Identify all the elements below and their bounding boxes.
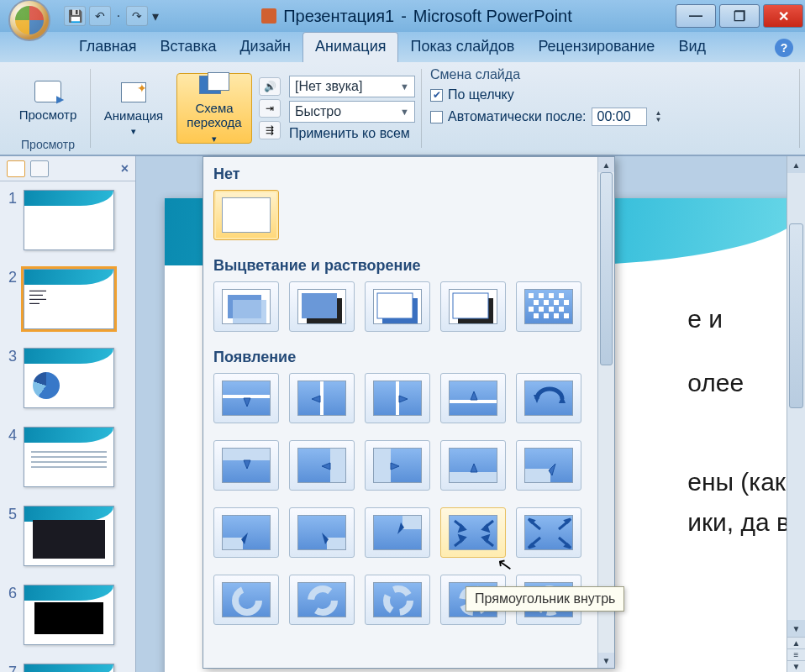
chevron-down-icon — [212, 130, 217, 144]
scroll-up-icon[interactable]: ▲ — [598, 157, 614, 172]
time-spinner[interactable]: ▲▼ — [655, 110, 662, 123]
thumb-num: 3 — [5, 348, 17, 365]
transition-fade-2[interactable] — [289, 281, 355, 332]
preview-button[interactable]: Просмотр — [10, 66, 86, 136]
slide-thumb-4[interactable] — [24, 427, 114, 487]
thumb-row[interactable]: 3 — [5, 348, 130, 408]
minimize-button[interactable]: — — [676, 4, 716, 28]
transition-wipe-rotate[interactable] — [516, 373, 581, 423]
slide-thumb-5[interactable] — [24, 506, 114, 566]
thumb-row[interactable]: 7 — [5, 664, 130, 672]
scroll-down-icon[interactable]: ▼ — [598, 653, 614, 668]
tab-view[interactable]: Вид — [666, 33, 718, 62]
save-icon[interactable]: 💾 — [64, 6, 86, 26]
on-click-checkbox[interactable]: ✔ По щелчку — [430, 87, 661, 102]
transition-none[interactable] — [213, 190, 279, 240]
transition-box-1[interactable] — [213, 507, 279, 558]
slide-thumb-3[interactable] — [24, 348, 114, 408]
transition-wheel-1[interactable] — [213, 575, 279, 625]
transition-uncover-right[interactable] — [365, 440, 430, 491]
transition-wheel-3[interactable] — [365, 575, 430, 625]
qat-dropdown-icon[interactable]: ▾ — [151, 8, 160, 24]
slide-thumb-1[interactable] — [24, 190, 114, 250]
transition-uncover-diag[interactable] — [516, 440, 581, 491]
maximize-button[interactable]: ❐ — [719, 4, 760, 28]
svg-rect-34 — [327, 538, 346, 550]
scroll-track[interactable] — [787, 173, 805, 620]
transition-speed-combo[interactable]: Быстро▼ — [289, 101, 415, 123]
transition-box-in[interactable] — [440, 507, 506, 558]
next-slide-icon[interactable]: ▼ — [787, 660, 805, 672]
scroll-thumb[interactable] — [789, 223, 803, 408]
transition-sound-combo[interactable]: [Нет звука]▼ — [289, 76, 415, 97]
scroll-down-icon[interactable]: ▼ — [787, 620, 805, 637]
tab-review[interactable]: Рецензирование — [526, 33, 666, 62]
powerpoint-icon — [261, 8, 276, 24]
svg-rect-12 — [534, 300, 539, 305]
tab-design[interactable]: Дизайн — [228, 33, 303, 62]
thumb-row[interactable]: 5 — [5, 506, 130, 566]
undo-icon[interactable]: ↶ — [89, 6, 111, 26]
thumb-row[interactable]: 4 — [5, 427, 130, 487]
apply-to-all-button[interactable]: Применить ко всем — [289, 126, 415, 141]
thumb-num: 5 — [5, 506, 17, 523]
office-button[interactable] — [8, 0, 50, 41]
transition-wheel-2[interactable] — [289, 575, 355, 625]
transition-fade-4[interactable] — [440, 281, 506, 332]
transition-fade-3[interactable] — [365, 281, 430, 332]
scroll-track[interactable] — [598, 172, 614, 653]
editor-scrollbar[interactable]: ▲ ▼ ▲ ≡ ▼ — [787, 156, 805, 672]
spin-down-icon[interactable]: ▼ — [655, 117, 662, 123]
svg-rect-26 — [396, 381, 399, 416]
transition-wipe-right[interactable] — [365, 373, 430, 423]
auto-after-checkbox[interactable]: Автоматически после: 00:00 ▲▼ — [430, 108, 661, 126]
apply-all-icon[interactable]: ⇶ — [259, 121, 281, 139]
outline-tab[interactable] — [30, 160, 49, 177]
slide-thumb-2[interactable]: ▬▬▬▬▬▬▬▬▬▬▬▬▬▬▬▬▬ — [24, 269, 114, 329]
transition-extras: 🔊 ⇥ ⇶ — [257, 74, 282, 143]
slide-line: е и — [687, 299, 790, 339]
transition-box-2[interactable] — [289, 507, 355, 558]
slide-thumb-7[interactable] — [24, 664, 114, 672]
svg-rect-3 — [302, 293, 337, 318]
transition-fade-1[interactable] — [213, 281, 279, 332]
slide-thumb-6[interactable] — [24, 585, 114, 645]
transition-box-out[interactable] — [516, 507, 581, 558]
svg-rect-33 — [223, 538, 243, 550]
speed-icon[interactable]: ⇥ — [259, 99, 281, 118]
transition-wipe-left[interactable] — [289, 373, 355, 423]
transition-uncover-down[interactable] — [213, 440, 279, 491]
scroll-thumb[interactable] — [600, 172, 613, 365]
auto-after-time[interactable]: 00:00 — [592, 108, 647, 126]
custom-animation-button[interactable]: Анимация — [96, 73, 171, 144]
tab-slideshow[interactable]: Показ слайдов — [398, 33, 526, 62]
transition-dissolve[interactable] — [516, 281, 581, 332]
pane-close-icon[interactable]: × — [121, 161, 129, 176]
transition-uncover-left[interactable] — [289, 440, 355, 491]
thumb-num: 6 — [5, 585, 17, 602]
sound-icon[interactable]: 🔊 — [259, 77, 281, 96]
redo-icon[interactable]: ↷ — [126, 6, 148, 26]
thumb-num: 4 — [5, 427, 17, 444]
transition-scheme-button[interactable]: Схема перехода — [176, 73, 252, 144]
prev-slide-icon[interactable]: ▲ — [787, 637, 805, 648]
tab-home[interactable]: Главная — [67, 33, 149, 62]
thumb-row[interactable]: 1 — [5, 190, 130, 250]
slide-thumbnails: 1 2▬▬▬▬▬▬▬▬▬▬▬▬▬▬▬▬▬ 3 4 5 6 7 — [0, 181, 135, 672]
tab-animations[interactable]: Анимация — [303, 32, 399, 62]
scroll-up-icon[interactable]: ▲ — [787, 156, 805, 173]
nav-menu-icon[interactable]: ≡ — [787, 648, 805, 660]
svg-rect-35 — [402, 516, 422, 529]
transition-wipe-up[interactable] — [440, 373, 506, 423]
thumb-row[interactable]: 6 — [5, 585, 130, 645]
transition-uncover-up[interactable] — [440, 440, 506, 491]
transition-box-3[interactable] — [365, 507, 430, 558]
help-icon[interactable]: ? — [775, 39, 793, 57]
close-button[interactable]: ✕ — [763, 4, 803, 28]
thumb-row[interactable]: 2▬▬▬▬▬▬▬▬▬▬▬▬▬▬▬▬▬ — [5, 269, 130, 329]
slides-tab[interactable] — [7, 160, 25, 177]
transition-options: [Нет звука]▼ Быстро▼ Применить ко всем — [287, 74, 417, 143]
svg-rect-10 — [549, 293, 554, 298]
tab-insert[interactable]: Вставка — [149, 33, 229, 62]
transition-wipe-down[interactable] — [213, 373, 279, 423]
